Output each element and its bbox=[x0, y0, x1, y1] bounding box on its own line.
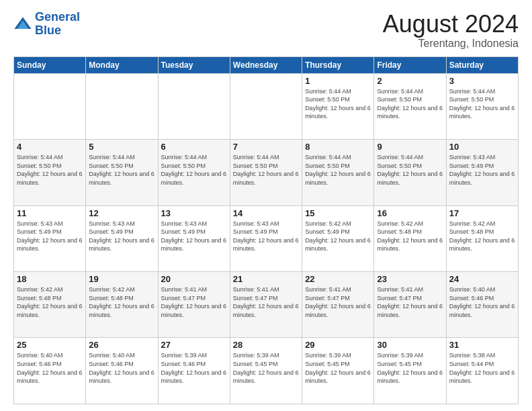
calendar-cell: 17Sunrise: 5:42 AM Sunset: 5:48 PM Dayli… bbox=[446, 205, 518, 271]
calendar-week-2: 4Sunrise: 5:44 AM Sunset: 5:50 PM Daylig… bbox=[14, 140, 519, 205]
day-number: 14 bbox=[233, 208, 299, 218]
calendar-cell: 23Sunrise: 5:41 AM Sunset: 5:47 PM Dayli… bbox=[374, 272, 446, 338]
day-info: Sunrise: 5:43 AM Sunset: 5:49 PM Dayligh… bbox=[17, 220, 83, 253]
day-info: Sunrise: 5:43 AM Sunset: 5:49 PM Dayligh… bbox=[233, 220, 299, 253]
day-number: 27 bbox=[161, 340, 227, 350]
calendar-cell: 11Sunrise: 5:43 AM Sunset: 5:49 PM Dayli… bbox=[14, 205, 86, 271]
calendar-header-row: SundayMondayTuesdayWednesdayThursdayFrid… bbox=[14, 56, 519, 73]
title-area: August 2024 Terentang, Indonesia bbox=[383, 11, 519, 50]
day-info: Sunrise: 5:42 AM Sunset: 5:48 PM Dayligh… bbox=[377, 220, 443, 253]
calendar-cell: 24Sunrise: 5:40 AM Sunset: 5:46 PM Dayli… bbox=[446, 272, 518, 338]
day-number: 10 bbox=[449, 142, 515, 152]
day-number: 29 bbox=[305, 340, 371, 350]
calendar-cell: 22Sunrise: 5:41 AM Sunset: 5:47 PM Dayli… bbox=[302, 272, 374, 338]
calendar-cell: 26Sunrise: 5:40 AM Sunset: 5:46 PM Dayli… bbox=[86, 338, 158, 404]
day-info: Sunrise: 5:38 AM Sunset: 5:44 PM Dayligh… bbox=[449, 351, 515, 385]
day-info: Sunrise: 5:43 AM Sunset: 5:49 PM Dayligh… bbox=[89, 220, 154, 253]
day-number: 1 bbox=[305, 76, 371, 86]
day-number: 25 bbox=[17, 340, 83, 350]
calendar-cell bbox=[230, 73, 302, 139]
calendar-cell: 30Sunrise: 5:39 AM Sunset: 5:45 PM Dayli… bbox=[374, 338, 446, 404]
day-info: Sunrise: 5:40 AM Sunset: 5:46 PM Dayligh… bbox=[89, 351, 154, 385]
calendar-cell: 15Sunrise: 5:42 AM Sunset: 5:49 PM Dayli… bbox=[302, 205, 374, 271]
day-info: Sunrise: 5:43 AM Sunset: 5:49 PM Dayligh… bbox=[161, 220, 227, 253]
calendar-cell: 7Sunrise: 5:44 AM Sunset: 5:50 PM Daylig… bbox=[230, 140, 302, 205]
day-number: 20 bbox=[161, 274, 227, 284]
day-info: Sunrise: 5:44 AM Sunset: 5:50 PM Dayligh… bbox=[449, 87, 515, 121]
day-info: Sunrise: 5:44 AM Sunset: 5:50 PM Dayligh… bbox=[377, 153, 443, 187]
day-number: 4 bbox=[17, 142, 83, 152]
day-number: 24 bbox=[449, 274, 515, 284]
day-number: 5 bbox=[89, 142, 154, 152]
day-info: Sunrise: 5:44 AM Sunset: 5:50 PM Dayligh… bbox=[161, 153, 227, 187]
day-info: Sunrise: 5:42 AM Sunset: 5:48 PM Dayligh… bbox=[17, 285, 83, 319]
main-title: August 2024 bbox=[383, 11, 519, 38]
day-info: Sunrise: 5:41 AM Sunset: 5:47 PM Dayligh… bbox=[161, 285, 227, 319]
day-number: 7 bbox=[233, 142, 299, 152]
day-number: 3 bbox=[449, 76, 515, 86]
day-info: Sunrise: 5:44 AM Sunset: 5:50 PM Dayligh… bbox=[17, 153, 83, 187]
day-number: 23 bbox=[377, 274, 443, 284]
calendar: SundayMondayTuesdayWednesdayThursdayFrid… bbox=[13, 56, 519, 404]
logo: General Blue bbox=[13, 11, 80, 38]
logo-line2: Blue bbox=[35, 24, 80, 38]
calendar-cell: 12Sunrise: 5:43 AM Sunset: 5:49 PM Dayli… bbox=[86, 205, 158, 271]
calendar-cell: 14Sunrise: 5:43 AM Sunset: 5:49 PM Dayli… bbox=[230, 205, 302, 271]
calendar-cell: 27Sunrise: 5:39 AM Sunset: 5:46 PM Dayli… bbox=[158, 338, 230, 404]
subtitle: Terentang, Indonesia bbox=[383, 38, 519, 50]
calendar-cell bbox=[158, 73, 230, 139]
logo-line1: General bbox=[35, 10, 80, 24]
day-info: Sunrise: 5:44 AM Sunset: 5:50 PM Dayligh… bbox=[305, 87, 371, 121]
day-info: Sunrise: 5:41 AM Sunset: 5:47 PM Dayligh… bbox=[377, 285, 443, 319]
calendar-week-5: 25Sunrise: 5:40 AM Sunset: 5:46 PM Dayli… bbox=[14, 338, 519, 404]
day-number: 19 bbox=[89, 274, 154, 284]
day-info: Sunrise: 5:39 AM Sunset: 5:45 PM Dayligh… bbox=[377, 351, 443, 385]
day-number: 18 bbox=[17, 274, 83, 284]
logo-text: General Blue bbox=[35, 11, 80, 38]
day-info: Sunrise: 5:41 AM Sunset: 5:47 PM Dayligh… bbox=[305, 285, 371, 319]
calendar-cell: 13Sunrise: 5:43 AM Sunset: 5:49 PM Dayli… bbox=[158, 205, 230, 271]
day-info: Sunrise: 5:42 AM Sunset: 5:48 PM Dayligh… bbox=[449, 220, 515, 253]
calendar-week-1: 1Sunrise: 5:44 AM Sunset: 5:50 PM Daylig… bbox=[14, 73, 519, 139]
day-info: Sunrise: 5:39 AM Sunset: 5:46 PM Dayligh… bbox=[161, 351, 227, 385]
page: General Blue August 2024 Terentang, Indo… bbox=[0, 0, 532, 411]
calendar-header-wednesday: Wednesday bbox=[230, 56, 302, 73]
calendar-cell: 4Sunrise: 5:44 AM Sunset: 5:50 PM Daylig… bbox=[14, 140, 86, 205]
day-info: Sunrise: 5:39 AM Sunset: 5:45 PM Dayligh… bbox=[305, 351, 371, 385]
calendar-header-sunday: Sunday bbox=[14, 56, 86, 73]
calendar-cell: 10Sunrise: 5:43 AM Sunset: 5:49 PM Dayli… bbox=[446, 140, 518, 205]
day-info: Sunrise: 5:42 AM Sunset: 5:49 PM Dayligh… bbox=[305, 220, 371, 253]
calendar-cell: 8Sunrise: 5:44 AM Sunset: 5:50 PM Daylig… bbox=[302, 140, 374, 205]
day-info: Sunrise: 5:44 AM Sunset: 5:50 PM Dayligh… bbox=[377, 87, 443, 121]
calendar-cell: 3Sunrise: 5:44 AM Sunset: 5:50 PM Daylig… bbox=[446, 73, 518, 139]
calendar-cell: 21Sunrise: 5:41 AM Sunset: 5:47 PM Dayli… bbox=[230, 272, 302, 338]
logo-icon bbox=[13, 15, 32, 34]
day-info: Sunrise: 5:43 AM Sunset: 5:49 PM Dayligh… bbox=[449, 153, 515, 187]
calendar-header-friday: Friday bbox=[374, 56, 446, 73]
calendar-cell: 31Sunrise: 5:38 AM Sunset: 5:44 PM Dayli… bbox=[446, 338, 518, 404]
calendar-week-3: 11Sunrise: 5:43 AM Sunset: 5:49 PM Dayli… bbox=[14, 205, 519, 271]
day-number: 17 bbox=[449, 208, 515, 218]
calendar-cell: 9Sunrise: 5:44 AM Sunset: 5:50 PM Daylig… bbox=[374, 140, 446, 205]
calendar-header-monday: Monday bbox=[86, 56, 158, 73]
calendar-header-tuesday: Tuesday bbox=[158, 56, 230, 73]
calendar-cell: 28Sunrise: 5:39 AM Sunset: 5:45 PM Dayli… bbox=[230, 338, 302, 404]
day-number: 26 bbox=[89, 340, 154, 350]
calendar-cell: 6Sunrise: 5:44 AM Sunset: 5:50 PM Daylig… bbox=[158, 140, 230, 205]
calendar-week-4: 18Sunrise: 5:42 AM Sunset: 5:48 PM Dayli… bbox=[14, 272, 519, 338]
day-info: Sunrise: 5:40 AM Sunset: 5:46 PM Dayligh… bbox=[17, 351, 83, 385]
calendar-cell: 16Sunrise: 5:42 AM Sunset: 5:48 PM Dayli… bbox=[374, 205, 446, 271]
day-info: Sunrise: 5:44 AM Sunset: 5:50 PM Dayligh… bbox=[89, 153, 154, 187]
calendar-cell: 2Sunrise: 5:44 AM Sunset: 5:50 PM Daylig… bbox=[374, 73, 446, 139]
calendar-cell: 5Sunrise: 5:44 AM Sunset: 5:50 PM Daylig… bbox=[86, 140, 158, 205]
calendar-cell bbox=[14, 73, 86, 139]
calendar-header-thursday: Thursday bbox=[302, 56, 374, 73]
day-number: 21 bbox=[233, 274, 299, 284]
day-number: 30 bbox=[377, 340, 443, 350]
day-number: 9 bbox=[377, 142, 443, 152]
header: General Blue August 2024 Terentang, Indo… bbox=[13, 11, 519, 50]
calendar-cell: 25Sunrise: 5:40 AM Sunset: 5:46 PM Dayli… bbox=[14, 338, 86, 404]
day-number: 12 bbox=[89, 208, 154, 218]
calendar-cell: 19Sunrise: 5:42 AM Sunset: 5:48 PM Dayli… bbox=[86, 272, 158, 338]
day-number: 2 bbox=[377, 76, 443, 86]
